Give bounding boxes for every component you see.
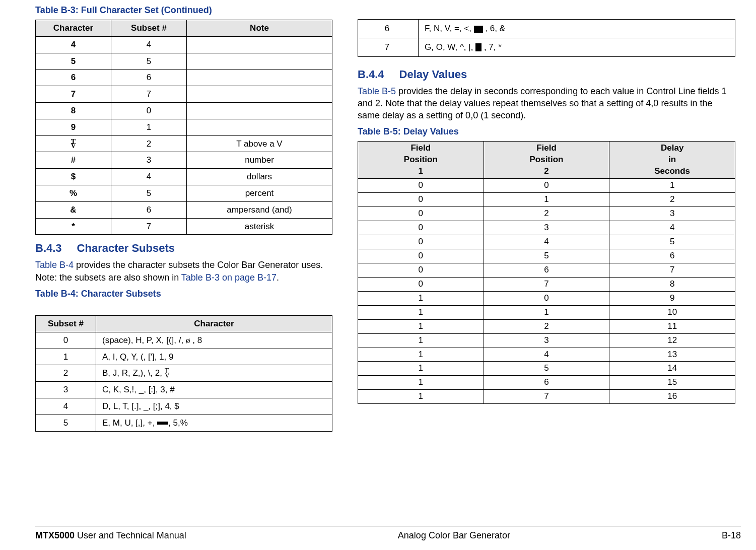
table-b4-title: Table B-4: Character Subsets [35,289,332,299]
link-table-b3[interactable]: Table B-3 on page B-17 [181,272,277,283]
link-table-b4[interactable]: Table B-4 [35,260,74,270]
table-b5-cell: 1 [358,319,484,333]
table-b5-cell: 1 [358,333,484,348]
table-b5-cell: 0 [358,235,484,249]
table-b5-cell: 1 [358,305,484,319]
table-b5-cell: 0 [358,179,484,193]
table-b3-note: dollars [187,169,332,185]
table-b3-char: $ [36,169,111,185]
section-b44-para: Table B-5 provides the delay in seconds … [358,85,735,122]
table-b5-cell: 9 [609,291,735,305]
table-b3-subset: 0 [111,102,187,119]
table-b3-char: # [36,152,111,169]
table-b5-cell: 10 [609,305,735,319]
table-b5-h3: DelayinSeconds [609,142,735,179]
table-b3-note [187,70,332,86]
table-b3-char: 8 [36,102,111,119]
table-b3-subset: 3 [111,152,187,169]
table-b3-subset: 5 [111,185,187,201]
table-b5-cell: 3 [484,333,609,348]
table-b3-note: ampersand (and) [187,201,332,218]
table-b3-subset: 7 [111,86,187,103]
footer-product: MTX5000 [35,530,75,540]
table-b5-cell: 5 [484,249,609,263]
table-b3-h2: Subset # [111,20,187,37]
table-b5-cell: 0 [484,179,609,193]
table-b5-cell: 2 [484,207,609,221]
table-b4cont-subset: 7 [358,38,419,56]
table-b5-cell: 4 [484,235,609,249]
section-b43-title: Character Subsets [77,242,175,254]
table-b3-note: T above a V [187,135,332,152]
table-b5-cell: 3 [609,207,735,221]
table-b5-cell: 0 [358,249,484,263]
table-b4-chars: E, M, U, [,], +, , 5,% [96,415,332,431]
table-b3-char: * [36,218,111,235]
table-b5-cell: 1 [358,291,484,305]
slashed-zero-icon: ø [186,334,190,347]
table-b5-cell: 1 [609,179,735,193]
table-b5-cell: 14 [609,362,735,376]
table-b5-cell: 1 [358,362,484,376]
table-b5-cell: 0 [358,207,484,221]
table-b3-subset: 4 [111,36,187,53]
table-b3-note: percent [187,185,332,201]
table-b3-note [187,102,332,119]
table-b3-note: number [187,152,332,169]
table-b3-char: 9 [36,119,111,135]
footer-center: Analog Color Bar Generator [398,530,510,541]
table-b5-cell: 11 [609,319,735,333]
table-b5-cell: 4 [609,221,735,235]
table-b3-h3: Note [187,20,332,37]
table-b4cont-chars: F, N, V, =, <, , 6, & [419,20,735,38]
section-b43-para: Table B-4 provides the character subsets… [35,259,332,284]
table-b5-cell: 0 [484,291,609,305]
table-b3-subset: 5 [111,53,187,70]
table-b5-cell: 5 [484,362,609,376]
table-b4-subset: 2 [36,365,96,382]
table-b3-title: Table B-3: Full Character Set (Continued… [35,5,332,16]
table-b3-char: % [36,185,111,201]
page-footer: MTX5000 User and Technical Manual Analog… [35,526,741,541]
table-b5-title: Table B-5: Delay Values [358,126,735,137]
footer-page: B-18 [722,530,741,541]
table-b4: Subset # Character 0(space), H, P, X, [(… [35,315,332,432]
table-b5-cell: 5 [609,235,735,249]
table-b3: Character Subset # Note 445566778091TV2T… [35,20,332,235]
table-b5-cell: 2 [484,319,609,333]
table-b4-chars: (space), H, P, X, [(], /, ø , 8 [96,332,332,349]
bar-icon [157,422,168,425]
table-b3-note [187,36,332,53]
table-b5-cell: 16 [609,390,735,404]
footer-manual: User and Technical Manual [75,530,186,540]
table-b4-subset: 4 [36,398,96,415]
b43-para-end: . [277,272,279,283]
table-b3-char: TV [36,135,111,152]
table-b5-h1: FieldPosition1 [358,142,484,179]
table-b3-char: 4 [36,36,111,53]
table-b4-chars: D, L, T, [.], _, [;], 4, $ [96,398,332,415]
tv-icon: TV [165,369,170,378]
b43-para-mid: provides the character subsets the Color… [35,260,323,282]
table-b5-cell: 13 [609,348,735,362]
table-b5-cell: 1 [358,390,484,404]
table-b3-char: & [36,201,111,218]
table-b5-cell: 1 [484,193,609,207]
block-tall-icon [475,43,482,51]
table-b3-note [187,119,332,135]
table-b3-char: 6 [36,70,111,86]
table-b5-cell: 3 [484,221,609,235]
table-b5-cell: 1 [358,376,484,390]
table-b5-cell: 7 [484,277,609,291]
table-b5-cell: 2 [609,193,735,207]
block-icon [474,26,483,33]
footer-left: MTX5000 User and Technical Manual [35,530,186,541]
section-b44-title: Delay Values [399,68,467,81]
table-b4-chars: B, J, R, Z,), \, 2, TV [96,365,332,382]
table-b5-cell: 6 [484,376,609,390]
section-b44-num: B.4.4 [358,68,384,81]
table-b5-cell: 15 [609,376,735,390]
tv-icon: TV [71,140,76,149]
link-table-b5[interactable]: Table B-5 [358,86,396,96]
table-b3-note [187,86,332,103]
